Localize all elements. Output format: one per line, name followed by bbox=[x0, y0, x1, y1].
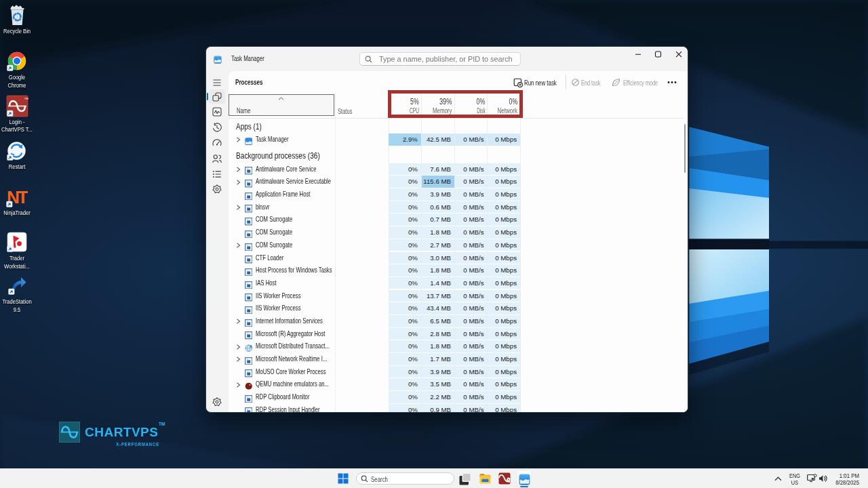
svg-text:TM: TM bbox=[24, 97, 28, 100]
